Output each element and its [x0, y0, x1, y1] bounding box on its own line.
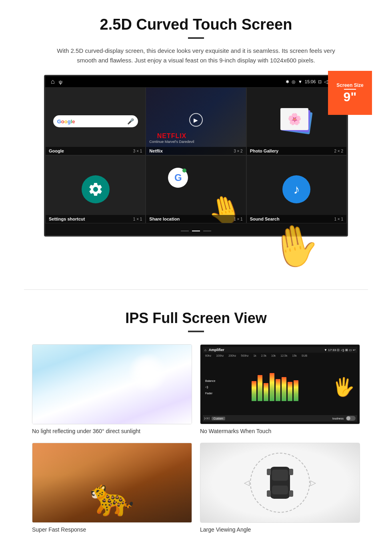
wifi-icon: ▼: [298, 79, 302, 84]
gear-icon: [88, 181, 104, 197]
section-ips: IPS Full Screen View No light reflecting…: [0, 302, 392, 545]
settings-label: Settings shortcut 1 × 1: [46, 215, 145, 223]
amp-freq-labels: 60hz100hz200hz500hz1k2.5k10k12.5k15kSUB: [203, 353, 357, 359]
section1-title: 2.5D Curved Touch Screen: [24, 16, 368, 33]
app-cell-settings[interactable]: Settings shortcut 1 × 1: [45, 155, 146, 223]
time-display: 15:06: [305, 79, 316, 84]
netflix-subtitle: Continue Marvel's Daredevil: [149, 140, 194, 144]
amplifier-image: ⌂ Amplifier ▼ 17:33 ⊡ ◁) ⊠ ▭ ↩ 60hz100hz…: [200, 344, 360, 424]
section-divider: [24, 289, 368, 290]
music-note-icon: ♪: [293, 182, 300, 197]
amp-labels-col: Balance ◁) Fader: [205, 379, 219, 395]
device-wrapper: ⌂ ψ ✱ ◎ ▼ 15:06 ⊡ ◁) ⊠ ▭: [44, 75, 348, 238]
car-label: Large Viewing Angle: [200, 526, 251, 533]
google-search-bar[interactable]: Google 🎤: [53, 115, 138, 127]
car-visual: ◁ ▷: [200, 443, 360, 522]
amp-bar-5: [276, 379, 280, 401]
sky-bg: [32, 345, 192, 424]
netflix-info: NETFLIX Continue Marvel's Daredevil: [149, 132, 194, 144]
title-underline: [188, 37, 204, 39]
amp-header: ⌂ Amplifier ▼ 17:33 ⊡ ◁) ⊠ ▭ ↩: [203, 347, 357, 353]
sun-glow: [128, 353, 168, 393]
amp-bar-1: [252, 381, 256, 401]
loudness-toggle[interactable]: [346, 416, 356, 421]
amp-bar-8: [294, 380, 298, 401]
ips-underline: [188, 331, 204, 332]
loudness-label: loudness: [332, 417, 344, 420]
google-logo: Google: [57, 118, 75, 124]
location-icon: ◎: [292, 79, 296, 84]
settings-icon-circle: [82, 175, 110, 203]
usb-icon: ψ: [59, 79, 62, 85]
share-content: G 🤚: [146, 156, 246, 223]
screen-size-badge: Screen Size 9": [328, 71, 372, 115]
bluetooth-icon: ✱: [286, 79, 289, 84]
status-bar: ⌂ ψ ✱ ◎ ▼ 15:06 ⊡ ◁) ⊠ ▭: [45, 76, 347, 87]
amplifier-label: No Watermarks When Touch: [200, 428, 271, 434]
hand-amp-icon: 🖐: [332, 376, 355, 397]
google-label: Google 3 × 1: [46, 147, 145, 155]
home-icon: ⌂: [51, 78, 55, 85]
cheetah-image: 🐆: [32, 443, 192, 523]
maps-g-icon: G: [168, 168, 188, 188]
mic-icon: 🎤: [127, 118, 134, 124]
feature-item-cheetah: 🐆 Super Fast Response: [32, 443, 192, 533]
sunlight-image: [32, 344, 192, 424]
netflix-logo: NETFLIX: [149, 132, 194, 140]
left-arrow-icon: ◁: [244, 478, 250, 487]
device-screen: ⌂ ψ ✱ ◎ ▼ 15:06 ⊡ ◁) ⊠ ▭: [44, 75, 348, 237]
camera-icon: ⊡: [318, 79, 322, 84]
viewing-angle-circle: [250, 453, 310, 513]
amp-bar-7: [288, 382, 292, 401]
amplifier-visual: ⌂ Amplifier ▼ 17:33 ⊡ ◁) ⊠ ▭ ↩ 60hz100hz…: [200, 345, 360, 424]
amp-prev-icon: |◁◁: [204, 417, 209, 420]
car-container: ◁ ▷: [248, 451, 312, 515]
app-grid-top: Google 🎤 Google 3 × 1 ▶: [45, 87, 347, 155]
sunlight-label: No light reflecting under 360° direct su…: [32, 428, 140, 434]
netflix-label: Netflix 3 × 2: [146, 147, 246, 155]
photo-stack: 🌸: [278, 107, 314, 135]
share-label: Share location 1 × 1: [146, 215, 246, 223]
app-cell-netflix[interactable]: ▶ NETFLIX Continue Marvel's Daredevil Ne…: [146, 87, 246, 155]
netflix-play-button[interactable]: ▶: [189, 113, 203, 127]
amp-footer: |◁◁ Custom loudness: [203, 415, 357, 422]
feature-item-amplifier: ⌂ Amplifier ▼ 17:33 ⊡ ◁) ⊠ ▭ ↩ 60hz100hz…: [200, 344, 360, 435]
amp-controls: Balance ◁) Fader: [203, 359, 357, 415]
app-cell-share-location[interactable]: G 🤚 Share location 1 × 1: [146, 155, 246, 223]
feature-item-car: ◁ ▷ Large Viewing Angle: [200, 443, 360, 533]
amp-bar-6: [282, 377, 286, 401]
cheetah-label: Super Fast Response: [32, 526, 86, 533]
section2-title: IPS Full Screen View: [24, 310, 368, 327]
app-grid-bottom: Settings shortcut 1 × 1 G 🤚: [45, 155, 347, 223]
amp-status: ▼ 17:33 ⊡ ◁) ⊠ ▭ ↩: [324, 348, 356, 352]
custom-button: Custom: [212, 417, 225, 420]
feature-grid: No light reflecting under 360° direct su…: [24, 344, 368, 533]
feature-item-sunlight: No light reflecting under 360° direct su…: [32, 344, 192, 435]
amp-bar-3: [264, 383, 268, 401]
sound-icon-circle: ♪: [282, 175, 310, 203]
amp-home-icon: ⌂: [204, 348, 206, 352]
gallery-label: Photo Gallery 2 × 2: [247, 147, 346, 155]
amp-bar-2: [258, 375, 262, 401]
section-curved: 2.5D Curved Touch Screen With 2.5D curve…: [0, 0, 392, 277]
app-cell-sound-search[interactable]: ♪ Sound Search 1 × 1: [246, 155, 347, 223]
amp-bars-container: [221, 371, 329, 403]
hand-touch-icon: 🤚: [266, 218, 324, 273]
section1-description: With 2.5D curved-display screen, this de…: [56, 46, 336, 65]
photo-card-3: 🌸: [280, 108, 308, 130]
device-container: ⌂ ψ ✱ ◎ ▼ 15:06 ⊡ ◁) ⊠ ▭: [44, 75, 348, 237]
car-image: ◁ ▷: [200, 443, 360, 523]
cheetah-visual: 🐆: [32, 443, 192, 522]
cheetah-overlay: [32, 443, 192, 522]
flower-icon: 🌸: [288, 112, 302, 126]
amp-bar-4: [270, 373, 274, 401]
right-arrow-icon: ▷: [310, 478, 316, 487]
app-cell-google[interactable]: Google 🎤 Google 3 × 1: [45, 87, 146, 155]
sunlight-visual: [32, 345, 192, 424]
